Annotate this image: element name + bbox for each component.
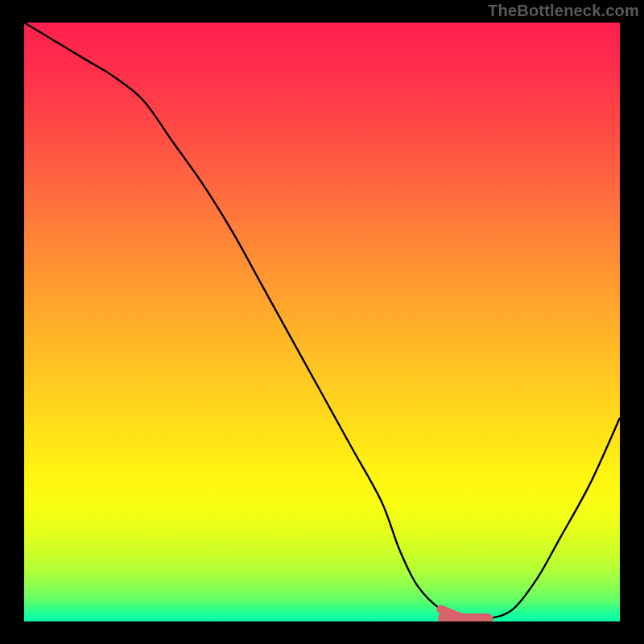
curve-path — [24, 23, 620, 620]
chart-container: TheBottleneck.com — [0, 0, 644, 644]
bottleneck-curve — [24, 23, 620, 621]
watermark-text: TheBottleneck.com — [488, 2, 639, 20]
optimal-range-curve-overlay — [441, 609, 489, 619]
plot-area — [24, 23, 620, 621]
